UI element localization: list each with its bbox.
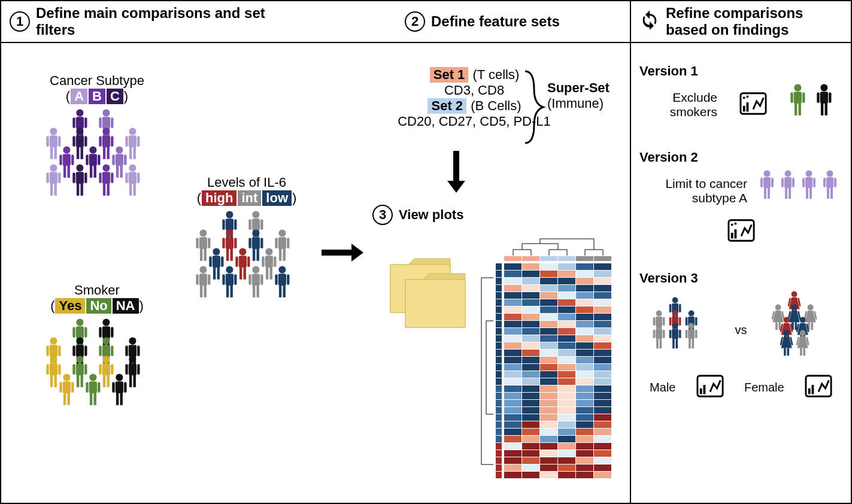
svg-rect-321 [594,314,611,320]
svg-rect-69 [111,173,113,184]
svg-point-498 [730,224,733,226]
svg-rect-434 [576,450,593,457]
svg-rect-301 [558,292,575,299]
svg-rect-445 [558,464,575,471]
svg-rect-195 [58,364,60,375]
person-icon [779,330,794,359]
svg-rect-230 [112,382,114,393]
il6-label: Levels of IL-6 [181,175,313,190]
svg-rect-294 [540,285,557,292]
set1-suffix: (T cells) [469,67,519,82]
svg-rect-374 [576,378,593,385]
svg-rect-158 [72,327,75,338]
svg-rect-145 [252,274,260,286]
svg-marker-235 [351,244,363,262]
svg-rect-559 [811,322,814,330]
svg-rect-15 [58,136,60,147]
svg-rect-579 [803,348,805,356]
svg-rect-142 [226,286,229,297]
step2-number: 2 [405,11,425,32]
svg-rect-533 [679,330,681,338]
svg-point-518 [688,310,694,316]
svg-rect-315 [594,306,611,313]
svg-rect-583 [699,388,702,394]
step2-title: Define feature sets [431,13,560,30]
svg-rect-302 [576,292,593,299]
svg-rect-251 [496,314,502,320]
svg-rect-119 [217,268,219,280]
svg-rect-226 [90,393,92,405]
tag-na: NA [113,298,139,314]
v3-female-label: Female [744,381,784,394]
svg-rect-218 [59,382,62,393]
svg-rect-371 [522,378,539,385]
svg-rect-231 [124,382,126,393]
svg-rect-64 [77,184,79,196]
svg-rect-437 [522,457,539,464]
svg-rect-164 [99,327,101,338]
svg-rect-401 [522,414,539,421]
person-icon [759,170,775,202]
svg-rect-3 [84,117,87,128]
svg-rect-292 [504,285,521,292]
svg-rect-534 [672,339,675,348]
svg-rect-8 [99,117,101,128]
svg-rect-276 [540,263,557,270]
smoker-label: Smoker [31,283,163,298]
svg-rect-43 [89,154,97,166]
svg-rect-273 [496,472,502,478]
svg-rect-9 [111,117,113,128]
tag-yes: Yes [55,298,85,314]
svg-rect-411 [594,421,611,428]
svg-rect-313 [558,306,575,313]
svg-rect-122 [235,256,238,267]
svg-rect-75 [137,173,140,184]
svg-rect-229 [116,382,123,394]
svg-rect-380 [576,385,593,392]
svg-point-48 [116,146,123,153]
svg-rect-223 [89,382,97,394]
svg-rect-189 [137,345,140,356]
svg-rect-385 [558,393,575,399]
svg-rect-377 [522,385,539,392]
svg-rect-414 [540,429,557,435]
svg-rect-80 [222,219,225,230]
svg-rect-254 [496,335,502,342]
svg-rect-438 [540,457,557,464]
svg-rect-71 [107,184,109,196]
svg-rect-245 [496,271,502,277]
refine-header: Refine comparisons based on findings [630,1,852,42]
svg-rect-28 [103,147,105,159]
person-icon [684,323,699,352]
svg-point-500 [672,297,678,303]
svg-rect-112 [279,249,281,261]
tag-a: A [71,89,87,104]
svg-point-54 [50,165,57,172]
svg-rect-396 [540,407,557,414]
svg-rect-485 [802,178,805,187]
vs-label: vs [735,323,747,337]
svg-rect-314 [576,306,593,313]
svg-rect-368 [576,371,593,378]
svg-rect-367 [558,371,575,378]
svg-rect-269 [496,443,502,450]
svg-rect-153 [287,275,289,286]
svg-rect-323 [522,321,539,327]
svg-rect-67 [102,172,110,184]
svg-point-24 [102,127,110,135]
svg-rect-327 [594,321,611,327]
svg-rect-422 [576,436,593,442]
svg-rect-280 [504,271,521,277]
svg-rect-344 [576,342,593,349]
svg-rect-324 [540,321,557,327]
svg-point-144 [252,266,259,274]
svg-point-499 [734,223,736,225]
svg-rect-307 [558,299,575,306]
svg-rect-464 [798,104,801,116]
svg-rect-383 [522,393,539,399]
svg-rect-479 [781,178,784,187]
svg-rect-76 [129,184,132,196]
svg-rect-316 [504,314,521,320]
svg-rect-124 [239,268,242,280]
svg-rect-2 [72,117,75,128]
